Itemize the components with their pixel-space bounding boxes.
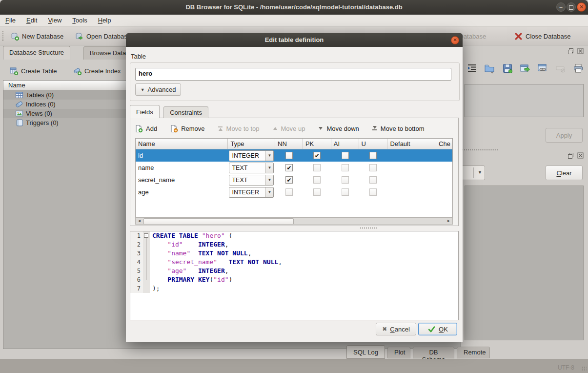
clear-button[interactable]: Clear <box>546 166 583 180</box>
column-header-default[interactable]: Default <box>387 139 436 149</box>
add-button[interactable]: Add <box>135 124 157 133</box>
chevron-down-icon[interactable]: ▼ <box>265 151 273 161</box>
type-combobox[interactable]: TEXT▼ <box>229 175 274 186</box>
close-button[interactable]: ✕ <box>577 2 586 12</box>
save-icon[interactable] <box>502 63 513 74</box>
dock-close-icon[interactable] <box>577 48 584 54</box>
dock-float-icon[interactable] <box>568 48 574 54</box>
fold-collapse-icon[interactable]: − <box>144 233 148 238</box>
dialog-close-button[interactable]: ✕ <box>451 36 459 44</box>
nn-checkbox[interactable]: ✔ <box>285 176 293 184</box>
type-combobox[interactable]: INTEGER▼ <box>229 150 274 161</box>
cell-editor-textarea[interactable] <box>465 84 584 117</box>
maximize-button[interactable] <box>567 2 576 12</box>
pk-checkbox[interactable] <box>313 164 321 171</box>
column-header-type[interactable]: Type <box>228 139 275 149</box>
type-combobox[interactable]: TEXT▼ <box>229 163 274 173</box>
type-combobox[interactable]: INTEGER▼ <box>229 187 274 198</box>
pk-checkbox[interactable] <box>313 176 321 184</box>
bottom-tab-sql-log[interactable]: SQL Log <box>346 345 385 359</box>
column-header-u[interactable]: U <box>359 139 388 149</box>
chevron-down-icon[interactable]: ▼ <box>265 175 273 185</box>
view-icon <box>15 109 23 118</box>
column-header-che[interactable]: Che <box>436 139 452 149</box>
link-icon[interactable] <box>537 63 548 74</box>
minimize-button[interactable]: – <box>556 2 566 12</box>
checkbox-cell-u <box>359 176 388 184</box>
nn-checkbox[interactable]: ✔ <box>285 164 293 171</box>
open-database-button[interactable]: Open Database <box>73 30 133 42</box>
ai-checkbox[interactable] <box>342 164 349 171</box>
sql-preview-editor[interactable]: 1−CREATE TABLE "hero" (2 "id" INTEGER,3 … <box>130 231 459 320</box>
field-name-cell[interactable]: name <box>136 164 228 171</box>
window-titlebar[interactable]: DB Browser for SQLite - /home/user/code/… <box>0 0 588 15</box>
dialog-tab-fields[interactable]: Fields <box>130 105 160 118</box>
column-header-nn[interactable]: NN <box>275 139 303 149</box>
menu-view[interactable]: View <box>42 15 67 24</box>
fields-table-header[interactable]: NameTypeNNPKAIUDefaultChe <box>136 139 452 149</box>
field-name-cell[interactable]: age <box>136 188 228 196</box>
menu-help[interactable]: Help <box>93 15 117 24</box>
column-header-pk[interactable]: PK <box>303 139 331 149</box>
print-icon[interactable] <box>573 63 584 74</box>
sql-log-textarea[interactable] <box>465 186 584 340</box>
menu-file[interactable]: File <box>0 15 21 24</box>
chevron-down-icon[interactable]: ▼ <box>265 163 273 173</box>
toolbar-drag-handle[interactable] <box>2 31 5 41</box>
column-header-ai[interactable]: AI <box>331 139 359 149</box>
text-mode-icon[interactable] <box>466 63 477 74</box>
ai-checkbox[interactable] <box>342 152 349 159</box>
advanced-button[interactable]: ▼ Advanced <box>135 83 181 96</box>
move-down-button[interactable]: Move down <box>318 125 359 132</box>
pk-checkbox[interactable] <box>313 188 321 196</box>
field-row-secret_name[interactable]: secret_nameTEXT▼✔ <box>136 174 452 186</box>
pk-checkbox[interactable]: ✔ <box>313 152 321 159</box>
field-row-id[interactable]: idINTEGER▼✔ <box>136 149 452 162</box>
tab-browse-data[interactable]: Browse Data <box>83 46 132 60</box>
new-database-button[interactable]: New Database <box>9 30 65 42</box>
cancel-button[interactable]: ✖ Cancel <box>376 323 416 335</box>
bottom-tab-remote[interactable]: Remote <box>457 347 490 358</box>
create-table-button[interactable]: Create Table <box>8 64 59 77</box>
menu-tools[interactable]: Tools <box>67 15 92 24</box>
apply-label: Apply <box>556 132 572 139</box>
field-row-age[interactable]: ageINTEGER▼ <box>136 186 452 198</box>
field-row-name[interactable]: nameTEXT▼✔ <box>136 162 452 174</box>
field-name-cell[interactable]: id <box>136 152 228 159</box>
ai-checkbox[interactable] <box>342 176 349 184</box>
scroll-left-arrow-icon[interactable]: ◄ <box>136 218 143 224</box>
move-to-bottom-button[interactable]: Move to bottom <box>372 125 425 132</box>
dock-splitter-handle[interactable] <box>462 149 498 150</box>
dock-close-icon[interactable] <box>577 152 584 159</box>
nn-checkbox[interactable] <box>285 152 293 159</box>
export-icon[interactable] <box>520 63 530 74</box>
dialog-tab-constraints[interactable]: Constraints <box>163 106 208 118</box>
u-checkbox[interactable] <box>369 152 377 159</box>
dialog-titlebar[interactable]: Edit table definition <box>126 33 463 47</box>
tab-database-structure[interactable]: Database Structure <box>3 46 70 60</box>
column-header-name[interactable]: Name <box>136 139 228 149</box>
u-checkbox[interactable] <box>369 188 377 196</box>
close-database-button[interactable]: Close Database <box>512 30 573 42</box>
horizontal-scrollbar[interactable]: ◄ ► <box>135 217 453 225</box>
dock-float-icon[interactable] <box>568 152 574 159</box>
chevron-down-icon[interactable]: ▼ <box>265 187 273 197</box>
import-icon[interactable] <box>484 63 495 74</box>
table-name-input[interactable]: hero <box>135 68 451 81</box>
ai-checkbox[interactable] <box>342 188 349 196</box>
bottom-tab-plot[interactable]: Plot <box>387 347 410 358</box>
u-checkbox[interactable] <box>369 176 377 184</box>
open-database-label: Open Database <box>86 33 131 40</box>
u-checkbox[interactable] <box>369 164 377 171</box>
bottom-tab-db-schema[interactable]: DB Schema <box>413 347 454 358</box>
sql-splitter-handle[interactable] <box>360 228 377 228</box>
menu-edit[interactable]: Edit <box>21 15 42 24</box>
nn-checkbox[interactable] <box>285 188 293 196</box>
scrollbar-thumb[interactable] <box>143 218 294 225</box>
resize-grip[interactable] <box>582 366 587 371</box>
field-name-cell[interactable]: secret_name <box>136 176 228 184</box>
create-index-button[interactable]: Create Index <box>71 64 122 77</box>
scroll-right-arrow-icon[interactable]: ► <box>445 218 452 224</box>
ok-button[interactable]: OK <box>418 323 457 335</box>
remove-button[interactable]: Remove <box>170 124 204 133</box>
